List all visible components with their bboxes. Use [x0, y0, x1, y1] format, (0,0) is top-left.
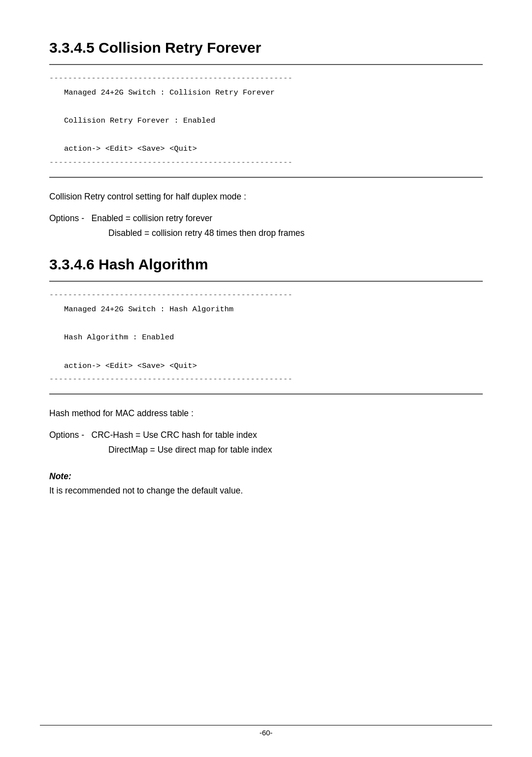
dashes-top-2: ----------------------------------------…	[49, 289, 483, 302]
option-hash-2: DirectMap = Use direct map for table ind…	[49, 445, 272, 455]
code-line-2-5: action-> <Edit> <Save> <Quit>	[49, 359, 483, 373]
page: 3.3.4.5 Collision Retry Forever --------…	[0, 0, 532, 757]
section-heading-collision: 3.3.4.5 Collision Retry Forever	[49, 39, 483, 56]
code-box-collision: ----------------------------------------…	[49, 64, 483, 178]
code-line-1-5: action-> <Edit> <Save> <Quit>	[49, 142, 483, 156]
footer-divider	[40, 725, 492, 725]
options-hash: Options - CRC-Hash = Use CRC hash for ta…	[49, 428, 483, 458]
note-block: Note: It is recommended not to change th…	[49, 471, 483, 497]
dashes-bottom-2: ----------------------------------------…	[49, 373, 483, 387]
dashes-top-1: ----------------------------------------…	[49, 72, 483, 86]
section-collision-retry-forever: 3.3.4.5 Collision Retry Forever --------…	[49, 39, 483, 240]
code-line-1-4	[49, 128, 483, 142]
description-collision: Collision Retry control setting for half…	[49, 190, 483, 203]
options-label-hash: Options -	[49, 430, 84, 440]
note-text: It is recommended not to change the defa…	[49, 484, 483, 497]
code-line-2-4	[49, 345, 483, 359]
code-line-1-3: Collision Retry Forever : Enabled	[49, 114, 483, 128]
options-label-collision: Options -	[49, 213, 84, 223]
description-hash: Hash method for MAC address table :	[49, 406, 483, 420]
note-label: Note:	[49, 471, 483, 482]
options-collision: Options - Enabled = collision retry fore…	[49, 211, 483, 241]
code-line-2-2	[49, 317, 483, 331]
code-line-1-1: Managed 24+2G Switch : Collision Retry F…	[49, 86, 483, 100]
code-line-2-3: Hash Algorithm : Enabled	[49, 330, 483, 345]
option-collision-1: Enabled = collision retry forever	[92, 213, 213, 223]
page-number: -60-	[260, 728, 273, 737]
page-footer: -60-	[0, 725, 532, 737]
code-line-1-2	[49, 99, 483, 114]
code-box-hash: ----------------------------------------…	[49, 281, 483, 395]
section-hash-algorithm: 3.3.4.6 Hash Algorithm -----------------…	[49, 256, 483, 497]
section-heading-hash: 3.3.4.6 Hash Algorithm	[49, 256, 483, 273]
option-collision-2: Disabled = collision retry 48 times then…	[49, 228, 304, 238]
dashes-bottom-1: ----------------------------------------…	[49, 156, 483, 170]
option-hash-1: CRC-Hash = Use CRC hash for table index	[92, 430, 257, 440]
code-line-2-1: Managed 24+2G Switch : Hash Algorithm	[49, 302, 483, 317]
